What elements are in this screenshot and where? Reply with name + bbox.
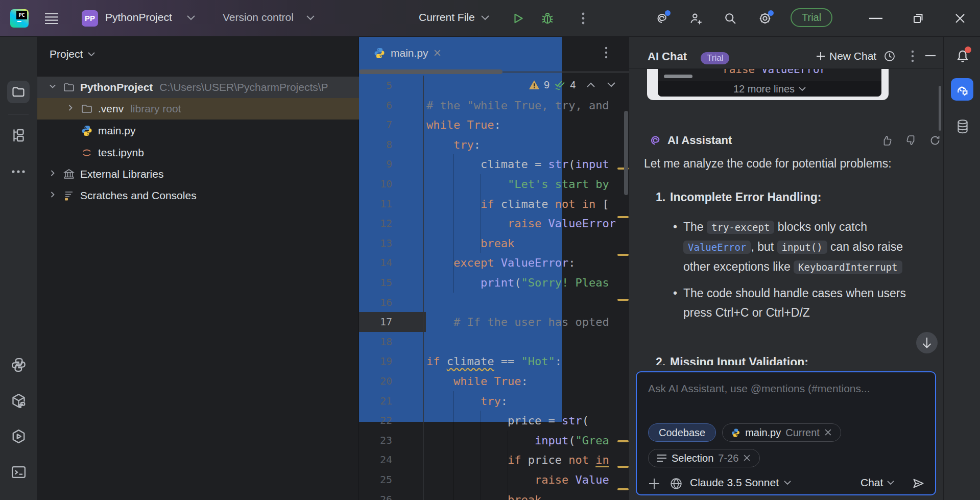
restore-window-button[interactable]	[912, 12, 924, 25]
line-number[interactable]: 17	[359, 312, 415, 332]
sidebar-item-python-console[interactable]	[10, 356, 27, 373]
code-line-26[interactable]: break	[426, 490, 541, 500]
debug-button[interactable]	[540, 11, 555, 26]
context-chip-codebase[interactable]: Codebase	[648, 423, 716, 442]
thumbs-up-icon[interactable]	[881, 134, 893, 147]
warning-stripe-mark[interactable]	[617, 299, 629, 301]
line-number[interactable]: 7	[359, 115, 415, 135]
warning-stripe-mark[interactable]	[617, 466, 629, 468]
code-line-11[interactable]: if climate not in [	[426, 194, 609, 214]
line-number[interactable]: 6	[359, 96, 415, 115]
send-button[interactable]	[912, 477, 925, 490]
warning-stripe-mark[interactable]	[617, 488, 629, 490]
project-badge[interactable]: PP	[82, 10, 98, 27]
web-globe-icon[interactable]	[670, 477, 683, 490]
chevron-right-icon[interactable]	[49, 191, 59, 201]
line-number[interactable]: 8	[359, 135, 415, 155]
chat-options-kebab-icon[interactable]	[908, 50, 917, 63]
scroll-to-bottom-button[interactable]	[916, 332, 938, 353]
code-line-24[interactable]: if price not in	[426, 450, 609, 470]
line-number[interactable]: 24	[359, 450, 415, 470]
code-line-17[interactable]: # If the user has opted	[426, 312, 609, 332]
prev-problem-icon[interactable]	[587, 82, 595, 87]
inspection-widget[interactable]: 9 4	[529, 78, 615, 92]
line-number[interactable]: 16	[359, 293, 415, 313]
hide-panel-icon[interactable]	[925, 55, 936, 57]
code-line-6[interactable]: # the "while True, try, and	[426, 96, 609, 115]
chat-vertical-scrollbar[interactable]	[939, 86, 941, 131]
code-line-10[interactable]: "Let's start by	[426, 174, 609, 194]
line-number[interactable]: 22	[359, 411, 415, 431]
line-number[interactable]: 23	[359, 431, 415, 450]
chevron-right-icon[interactable]	[49, 169, 59, 179]
main-menu-icon[interactable]	[45, 13, 58, 25]
new-chat-button[interactable]: New Chat	[816, 50, 876, 62]
warning-stripe-mark[interactable]	[617, 216, 629, 218]
thumbs-down-icon[interactable]	[905, 134, 917, 147]
editor-vertical-scrollbar[interactable]	[624, 111, 628, 195]
code-line-13[interactable]: break	[426, 233, 514, 253]
warning-stripe-mark[interactable]	[617, 254, 629, 256]
line-number[interactable]: 9	[359, 154, 415, 174]
tree-row-pythonproject[interactable]: PythonProjectC:\Users\USER\PycharmProjec…	[37, 77, 359, 98]
run-button[interactable]	[512, 12, 525, 25]
sidebar-item-ai-chat[interactable]	[951, 78, 973, 101]
code-line-19[interactable]: if climate == "Hot":	[426, 351, 562, 371]
code-line-23[interactable]: input("Grea	[426, 431, 609, 450]
chevron-right-icon[interactable]	[66, 104, 77, 114]
code-line-7[interactable]: while True:	[426, 115, 501, 135]
version-control-menu[interactable]: Version control	[223, 11, 294, 23]
minimize-button[interactable]	[869, 17, 882, 19]
tab-main-py[interactable]: main.py	[366, 37, 448, 69]
chat-messages[interactable]: raise ValueError 12 more lines AI Assist…	[629, 69, 943, 365]
more-actions-kebab-icon[interactable]	[577, 11, 589, 26]
sidebar-item-terminal[interactable]	[10, 464, 27, 481]
sidebar-item-database[interactable]	[955, 118, 970, 135]
next-problem-icon[interactable]	[607, 82, 615, 87]
sidebar-item-services[interactable]	[10, 428, 27, 445]
tree-row--venv[interactable]: .venvlibrary root	[37, 98, 359, 120]
chat-input-box[interactable]: Ask AI Assistant, use @mentions (#mentio…	[636, 371, 936, 495]
line-number[interactable]: 26	[359, 490, 415, 500]
code-line-21[interactable]: try:	[426, 391, 508, 411]
attach-plus-icon[interactable]	[648, 478, 660, 490]
tree-row-main-py[interactable]: main.py	[37, 120, 359, 141]
close-window-button[interactable]	[954, 12, 966, 25]
editor-horizontal-scrollbar[interactable]	[359, 69, 503, 74]
editor-area[interactable]: main.py 56789101112131415161718192021222…	[359, 37, 629, 500]
code-line-15[interactable]: print("Sorry! Pleas	[426, 273, 609, 293]
context-chip-main-py[interactable]: main.pyCurrent	[722, 423, 841, 442]
remove-chip-icon[interactable]	[743, 454, 751, 462]
line-number[interactable]: 13	[359, 233, 415, 253]
line-number[interactable]: 12	[359, 213, 415, 233]
expand-more-lines-button[interactable]: 12 more lines	[658, 81, 881, 97]
settings-gear-icon[interactable]	[758, 11, 772, 26]
regenerate-icon[interactable]	[929, 134, 941, 147]
code-block-scrollbar[interactable]	[664, 75, 692, 78]
context-chip-selection[interactable]: Selection7-26	[648, 449, 760, 467]
code-line-9[interactable]: climate = str(input	[426, 154, 609, 174]
close-tab-icon[interactable]	[434, 49, 441, 57]
remove-chip-icon[interactable]	[824, 428, 832, 437]
chat-history-clock-icon[interactable]	[883, 50, 896, 62]
code-line-14[interactable]: except ValueError:	[426, 253, 575, 273]
trial-button[interactable]: Trial	[791, 8, 832, 27]
line-number[interactable]: 19	[359, 351, 415, 371]
notifications-bell-icon[interactable]	[955, 48, 970, 64]
ai-assistant-icon[interactable]	[655, 11, 669, 26]
sidebar-item-python-packages[interactable]	[10, 392, 27, 409]
warning-stripe-mark[interactable]	[617, 440, 629, 442]
code-line-8[interactable]: try:	[426, 135, 481, 155]
line-number[interactable]: 15	[359, 273, 415, 293]
run-configuration-selector[interactable]: Current File	[419, 11, 475, 23]
line-number[interactable]: 18	[359, 332, 415, 352]
project-name-menu[interactable]: PythonProject	[105, 11, 172, 23]
tree-row-external-libraries[interactable]: External Libraries	[37, 163, 359, 185]
code-line-25[interactable]: raise Value	[426, 470, 609, 490]
line-number[interactable]: 25	[359, 470, 415, 490]
code-line-22[interactable]: price = str(	[426, 411, 589, 431]
model-selector[interactable]: Claude 3.5 Sonnet	[690, 477, 791, 489]
code-line-12[interactable]: raise ValueError	[426, 213, 616, 233]
line-number[interactable]: 10	[359, 174, 415, 194]
line-number[interactable]: 21	[359, 391, 415, 411]
